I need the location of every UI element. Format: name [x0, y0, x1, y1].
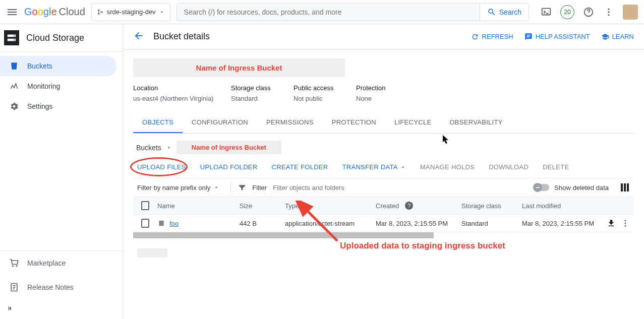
col-type[interactable]: Type [281, 202, 372, 210]
page-title: Bucket details [153, 31, 210, 42]
cell-size: 442 B [236, 220, 281, 227]
help-icon[interactable]: ? [405, 202, 413, 210]
cloud-shell-icon[interactable] [540, 6, 552, 18]
chevron-down-icon [159, 9, 165, 15]
refresh-icon [471, 33, 479, 41]
cart-icon [9, 258, 19, 268]
monitoring-icon [9, 81, 19, 91]
product-header: Cloud Storage [0, 24, 123, 52]
cell-created: Mar 8, 2023, 2:15:55 PM [372, 220, 457, 227]
file-icon [157, 219, 165, 227]
filter-mode-dropdown[interactable]: Filter by name prefix only [133, 184, 223, 192]
col-last-modified[interactable]: Last modified [518, 202, 599, 210]
select-all-checkbox[interactable] [141, 201, 149, 210]
row-checkbox[interactable] [141, 219, 149, 228]
cell-storage-class: Standard [457, 220, 518, 227]
delete-button[interactable]: DELETE [543, 163, 569, 171]
svg-point-0 [98, 10, 99, 11]
upload-folder-button[interactable]: UPLOAD FOLDER [200, 163, 258, 171]
sidebar-item-label: Buckets [27, 62, 52, 70]
chevron-down-icon [213, 184, 219, 190]
tab-objects[interactable]: OBJECTS [133, 112, 183, 133]
tab-configuration[interactable]: CONFIGURATION [183, 112, 257, 133]
meta-value-protection: None [356, 95, 406, 102]
svg-point-5 [608, 8, 609, 10]
meta-value-location: us-east4 (Northern Virginia) [133, 95, 219, 102]
project-name: srde-staging-dev [107, 8, 156, 16]
sidebar-item-label: Settings [27, 102, 53, 110]
refresh-button[interactable]: REFRESH [471, 33, 513, 41]
col-size[interactable]: Size [236, 202, 281, 210]
search-button[interactable]: Search [480, 4, 529, 21]
page-header: Bucket details REFRESH HELP ASSISTANT LE… [123, 24, 644, 49]
learn-icon [601, 33, 609, 41]
arrow-left-icon [133, 30, 144, 41]
redacted-block [137, 248, 167, 258]
svg-point-2 [101, 11, 103, 13]
tab-observability[interactable]: OBSERVABILITY [440, 112, 511, 133]
sidebar-release-notes[interactable]: Release Notes [0, 275, 123, 299]
filter-row: Filter by name prefix only Filter − Show… [133, 178, 634, 197]
help-icon[interactable] [582, 6, 595, 18]
chevron-down-icon [400, 164, 406, 170]
tab-lifecycle[interactable]: LIFECYCLE [385, 112, 441, 133]
avatar[interactable] [623, 5, 638, 20]
trial-badge[interactable]: 20 [560, 5, 574, 19]
download-button[interactable]: DOWNLOAD [489, 163, 529, 171]
upload-files-button[interactable]: UPLOAD FILES [137, 163, 186, 171]
back-button[interactable] [133, 30, 144, 43]
cell-type: application/octet-stream [281, 220, 372, 227]
help-assistant-button[interactable]: HELP ASSISTANT [524, 33, 590, 41]
top-bar: Google Cloud srde-staging-dev Search 20 [0, 0, 644, 24]
col-name[interactable]: Name [153, 202, 236, 210]
sidebar-item-label: Monitoring [27, 82, 60, 90]
col-created[interactable]: Created ? [372, 202, 457, 210]
object-name-link[interactable]: foo [169, 220, 179, 227]
cloud-storage-icon [4, 30, 19, 45]
download-icon[interactable] [607, 219, 616, 228]
filter-label: Filter [252, 184, 267, 192]
breadcrumb-current: Name of Ingress Bucket [177, 141, 281, 154]
columns-icon[interactable] [621, 183, 629, 192]
sidebar-item-monitoring[interactable]: Monitoring [0, 76, 123, 96]
create-folder-button[interactable]: CREATE FOLDER [272, 163, 328, 171]
svg-point-10 [14, 35, 15, 36]
sidebar: Cloud Storage Buckets Monitoring Setting… [0, 24, 123, 319]
object-action-bar: UPLOAD FILES UPLOAD FOLDER CREATE FOLDER… [133, 154, 634, 178]
show-deleted-toggle[interactable]: − [534, 184, 549, 191]
bucket-name-annotation: Name of Ingress Bucket [133, 58, 345, 77]
chat-icon [524, 33, 533, 41]
breadcrumb: Buckets Name of Ingress Bucket [133, 134, 634, 154]
object-table: Name Size Type Created ? Storage class L… [133, 197, 634, 232]
table-row: foo 442 B application/octet-stream Mar 8… [133, 215, 634, 232]
table-header: Name Size Type Created ? Storage class L… [133, 197, 634, 215]
more-menu-icon[interactable] [603, 6, 615, 18]
document-icon [9, 282, 19, 292]
search-input[interactable] [177, 4, 480, 21]
tab-permissions[interactable]: PERMISSIONS [257, 112, 323, 133]
sidebar-item-settings[interactable]: Settings [0, 96, 123, 116]
gcloud-logo[interactable]: Google Cloud [24, 6, 85, 18]
meta-label-location: Location [133, 84, 219, 92]
sidebar-item-buckets[interactable]: Buckets [0, 56, 116, 76]
transfer-data-button[interactable]: TRANSFER DATA [342, 163, 406, 171]
more-icon[interactable] [621, 219, 630, 228]
collapse-sidebar[interactable] [0, 299, 123, 319]
gear-icon [9, 101, 19, 111]
cell-last-modified: Mar 8, 2023, 2:15:55 PM [518, 220, 599, 227]
tab-protection[interactable]: PROTECTION [323, 112, 385, 133]
sidebar-marketplace[interactable]: Marketplace [0, 251, 123, 275]
horizontal-scrollbar[interactable] [133, 232, 434, 238]
manage-holds-button[interactable]: MANAGE HOLDS [420, 163, 475, 171]
breadcrumb-root[interactable]: Buckets [136, 144, 161, 152]
svg-rect-13 [159, 221, 163, 226]
tabs: OBJECTS CONFIGURATION PERMISSIONS PROTEC… [133, 112, 634, 134]
svg-point-1 [98, 13, 99, 15]
divider [230, 182, 231, 193]
menu-icon[interactable] [6, 6, 18, 18]
learn-button[interactable]: LEARN [601, 33, 634, 41]
col-storage-class[interactable]: Storage class [457, 202, 518, 210]
sidebar-item-label: Marketplace [27, 259, 66, 267]
filter-input[interactable] [273, 184, 374, 192]
project-picker[interactable]: srde-staging-dev [91, 3, 170, 21]
